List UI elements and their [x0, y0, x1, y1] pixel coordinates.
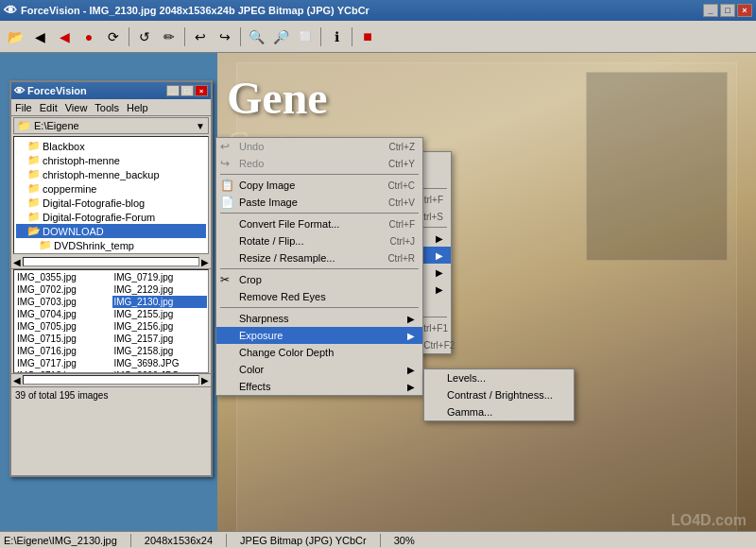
exp-levels[interactable]: Levels...: [424, 369, 574, 386]
file-scroll-left[interactable]: ◀: [13, 375, 21, 385]
status-zoom: 30%: [394, 535, 415, 546]
sm-copy[interactable]: 📋 Copy Image Ctrl+C: [216, 177, 422, 194]
cm-edit-arrow: ▶: [436, 250, 443, 261]
exp-contrast[interactable]: Contrast / Brightness...: [424, 386, 574, 403]
tree-item-blackbox[interactable]: 📁 Blackbox: [16, 139, 206, 153]
file-item[interactable]: IMG_2158.jpg: [112, 345, 208, 357]
file-item[interactable]: IMG_0715.jpg: [15, 333, 111, 345]
file-item[interactable]: IMG_2129.jpg: [112, 283, 208, 296]
tree-item-digital-forum[interactable]: 📁 Digital-Fotografie-Forum: [16, 210, 206, 224]
status-format: JPEG Bitmap (JPG) YCbCr: [240, 535, 367, 546]
path-bar[interactable]: 📁 E:\Eigene ▼: [13, 117, 209, 134]
red-button[interactable]: ■: [356, 26, 379, 48]
sm-crop[interactable]: ✂ Crop: [216, 271, 422, 288]
undo-button[interactable]: ↩: [189, 26, 212, 48]
fv-close[interactable]: ×: [195, 85, 208, 96]
open-button[interactable]: 📂: [4, 26, 26, 48]
status-sep2: [226, 534, 227, 547]
fv-menubar: File Edit View Tools Help: [11, 99, 211, 116]
zoom-in-button[interactable]: 🔍: [245, 26, 267, 48]
sm-color[interactable]: Color ▶: [216, 361, 422, 378]
sm-rotate[interactable]: Rotate / Flip... Ctrl+J: [216, 232, 422, 249]
file-item[interactable]: IMG_2155.jpg: [112, 308, 208, 320]
tree-item-coppermine[interactable]: 📁 coppermine: [16, 181, 206, 196]
path-dropdown[interactable]: ▼: [196, 121, 205, 131]
cm-selection-arrow: ▶: [436, 284, 443, 295]
prev-button[interactable]: ◀: [28, 26, 51, 48]
cm-zoom-arrow: ▶: [436, 267, 443, 278]
fv-minimize[interactable]: _: [166, 85, 180, 96]
file-item[interactable]: IMG_0355.jpg: [15, 271, 111, 283]
folder-icon-christoph: 📁: [27, 154, 41, 166]
sm-undo[interactable]: ↩ Undo Ctrl+Z: [216, 138, 422, 155]
rotate-button[interactable]: ↺: [133, 26, 156, 48]
file-col-left: IMG_0355.jpg IMG_0702.jpg IMG_0703.jpg I…: [14, 270, 112, 372]
zoom-fit-button[interactable]: ⬜: [294, 26, 317, 48]
file-item[interactable]: IMG_0719.jpg: [112, 271, 208, 283]
tree-scroll-left[interactable]: ◀: [13, 257, 21, 267]
tree-scroll: ◀ ▶: [11, 256, 211, 269]
close-button[interactable]: ×: [737, 4, 752, 17]
sm-colordepth[interactable]: Change Color Depth: [216, 344, 422, 361]
stop-button[interactable]: ●: [77, 26, 100, 48]
path-text: E:\Eigene: [34, 120, 79, 131]
file-item[interactable]: IMG_0705.jpg: [15, 320, 111, 333]
file-item[interactable]: IMG_2157.jpg: [112, 333, 208, 345]
file-item[interactable]: IMG_0716.jpg: [15, 345, 111, 357]
main-window: 👁 ForceVision - IMG_2130.jpg 2048x1536x2…: [0, 0, 756, 548]
fv-maximize[interactable]: □: [180, 85, 194, 96]
file-scrollbar[interactable]: [23, 375, 199, 385]
folder-icon-digital-forum: 📁: [27, 211, 41, 223]
exp-gamma[interactable]: Gamma...: [424, 403, 574, 420]
menu-file[interactable]: File: [15, 102, 32, 113]
refresh-button[interactable]: ⟳: [102, 26, 125, 48]
sm-redo[interactable]: ↪ Redo Ctrl+Y: [216, 155, 422, 172]
sm-resize[interactable]: Resize / Resample... Ctrl+R: [216, 249, 422, 266]
sm-paste[interactable]: 📄 Paste Image Ctrl+V: [216, 194, 422, 211]
folder-icon-blackbox: 📁: [27, 140, 41, 152]
info-button[interactable]: ℹ: [325, 26, 348, 48]
sm-convert[interactable]: Convert File Format... Ctrl+F: [216, 215, 422, 232]
file-item[interactable]: IMG_0717.jpg: [15, 357, 111, 369]
crop-icon: ✂: [220, 273, 230, 286]
folder-icon-digital-blog: 📁: [27, 197, 41, 209]
sm-sharpness[interactable]: Sharpness ▶: [216, 310, 422, 327]
tree-item-digital-blog[interactable]: 📁 Digital-Fotografie-blog: [16, 196, 206, 210]
next-button[interactable]: ◀: [53, 26, 76, 48]
zoom-out-button[interactable]: 🔎: [269, 26, 292, 48]
watermark: LO4D.com: [671, 512, 747, 529]
menu-help[interactable]: Help: [127, 102, 148, 113]
menu-view[interactable]: View: [65, 102, 88, 113]
file-item[interactable]: IMG_0703.jpg: [15, 296, 111, 308]
minimize-button[interactable]: _: [703, 4, 718, 17]
folder-icon-coppermine: 📁: [27, 182, 41, 195]
pencil-button[interactable]: ✏: [158, 26, 180, 48]
tree-scrollbar[interactable]: [23, 257, 199, 266]
file-item[interactable]: IMG_0702.jpg: [15, 283, 111, 296]
menu-tools[interactable]: Tools: [94, 102, 119, 113]
maximize-button[interactable]: □: [720, 4, 735, 17]
status-size: 2048x1536x24: [145, 535, 213, 546]
redo-button[interactable]: ↪: [214, 26, 236, 48]
file-item-selected[interactable]: IMG_2130.jpg: [112, 296, 208, 308]
main-title: ForceVision - IMG_2130.jpg 2048x1536x24b…: [21, 5, 703, 16]
undo-icon: ↩: [220, 140, 230, 153]
file-col-right: IMG_0719.jpg IMG_2129.jpg IMG_2130.jpg I…: [112, 270, 209, 372]
tree-item-christoph[interactable]: 📁 christoph-menne: [16, 153, 206, 167]
sm-exposure[interactable]: Exposure ▶: [216, 327, 422, 344]
sm-redeyes[interactable]: Remove Red Eyes: [216, 288, 422, 305]
image-decoration: [586, 72, 728, 261]
tree-item-christoph-backup[interactable]: 📁 christoph-menne_backup: [16, 167, 206, 181]
fv-window-buttons: _ □ ×: [166, 85, 208, 96]
sm-effects[interactable]: Effects ▶: [216, 378, 422, 395]
sm-sep1: [220, 174, 419, 175]
tree-item-dvdshrink[interactable]: 📁 DVDShrink_temp: [16, 238, 206, 252]
file-item[interactable]: IMG_2156.jpg: [112, 320, 208, 333]
menu-edit[interactable]: Edit: [40, 102, 58, 113]
folder-tree[interactable]: 📁 Blackbox 📁 christoph-menne 📁 christoph…: [13, 136, 209, 254]
file-scroll-right[interactable]: ▶: [201, 375, 209, 385]
tree-item-download[interactable]: 📂 DOWNLOAD: [16, 224, 206, 238]
file-item[interactable]: IMG_0704.jpg: [15, 308, 111, 320]
file-item[interactable]: IMG_3698.JPG: [112, 357, 208, 369]
tree-scroll-right[interactable]: ▶: [201, 257, 209, 267]
